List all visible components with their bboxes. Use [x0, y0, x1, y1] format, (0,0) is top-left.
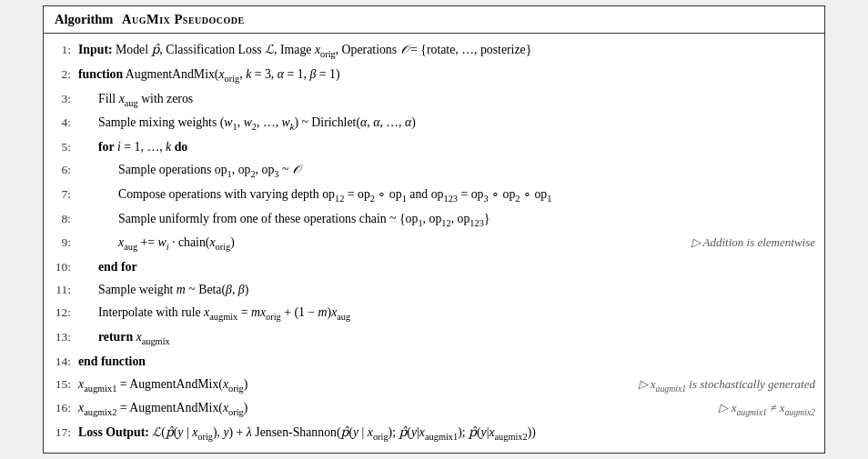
line-content: end for [78, 257, 815, 276]
line-number: 4: [53, 114, 78, 133]
line-number: 11: [53, 281, 78, 300]
line-number: 6: [53, 161, 78, 180]
algo-line: 10:end for [44, 256, 824, 279]
line-content: Fill xaug with zeros [78, 89, 815, 111]
line-content: Compose operations with varying depth op… [78, 185, 815, 206]
algo-line: 14:end function [44, 350, 824, 373]
line-number: 12: [53, 304, 78, 323]
algorithm-keyword: Algorithm [55, 12, 113, 26]
line-number: 16: [53, 399, 78, 418]
line-number: 3: [53, 90, 78, 109]
line-content: xaugmix1 = AugmentAndMix(xorig) [78, 374, 621, 396]
line-number: 15: [53, 375, 78, 394]
algo-line: 5:for i = 1, …, k do [44, 136, 824, 159]
algo-line: 16:xaugmix2 = AugmentAndMix(xorig)▷ xaug… [44, 397, 824, 422]
algorithm-header: Algorithm AugMix Pseudocode [44, 6, 824, 34]
line-content: Interpolate with rule xaugmix = mxorig +… [78, 303, 815, 324]
line-content: function AugmentAndMix(xorig, k = 3, α =… [78, 65, 815, 86]
line-content: Input: Model p̂, Classification Loss ℒ, … [78, 40, 815, 62]
line-number: 10: [53, 258, 78, 277]
algo-line: 15:xaugmix1 = AugmentAndMix(xorig)▷ xaug… [44, 373, 824, 397]
line-comment: ▷ xaugmix1 ≠ xaugmix2 [701, 399, 815, 419]
algo-line: 7:Compose operations with varying depth … [44, 183, 824, 207]
algo-line: 12:Interpolate with rule xaugmix = mxori… [44, 302, 824, 326]
line-number: 1: [53, 41, 78, 60]
line-number: 17: [53, 424, 78, 443]
algo-line: 6:Sample operations op1, op2, op3 ~ 𝒪 [44, 159, 824, 184]
algorithm-box: Algorithm AugMix Pseudocode 1:Input: Mod… [43, 5, 825, 454]
line-content: Sample operations op1, op2, op3 ~ 𝒪 [78, 160, 815, 182]
line-number: 2: [53, 65, 78, 85]
algorithm-body: 1:Input: Model p̂, Classification Loss ℒ… [44, 34, 824, 454]
algo-line: 1:Input: Model p̂, Classification Loss ℒ… [44, 39, 824, 64]
line-number: 9: [53, 234, 78, 253]
algo-line: 2:function AugmentAndMix(xorig, k = 3, α… [44, 63, 824, 87]
algo-line: 11:Sample weight m ~ Beta(β, β) [44, 279, 824, 302]
line-content: Loss Output: ℒ(p̂(y | xorig), y) + λ Jen… [78, 423, 815, 444]
line-content: end function [78, 352, 815, 371]
line-number: 8: [53, 210, 78, 229]
algo-line: 3:Fill xaug with zeros [44, 87, 824, 112]
algo-line: 8:Sample uniformly from one of these ope… [44, 207, 824, 232]
line-number: 7: [53, 185, 78, 205]
line-content: xaugmix2 = AugmentAndMix(xorig) [78, 398, 701, 420]
line-content: Sample mixing weights (w1, w2, …, wk) ~ … [78, 113, 815, 135]
algo-line: 9:xaug += wi · chain(xorig)▷ Addition is… [44, 232, 824, 256]
line-content: return xaugmix [78, 327, 815, 349]
algorithm-title: AugMix Pseudocode [122, 12, 245, 26]
algo-line: 4:Sample mixing weights (w1, w2, …, wk) … [44, 112, 824, 136]
line-content: for i = 1, …, k do [78, 137, 815, 156]
line-content: xaug += wi · chain(xorig) [78, 233, 673, 254]
line-content: Sample uniformly from one of these opera… [78, 209, 815, 231]
line-content: Sample weight m ~ Beta(β, β) [78, 280, 815, 299]
line-number: 5: [53, 138, 78, 157]
line-number: 13: [53, 328, 78, 347]
line-comment: ▷ xaugmix1 is stochastically generated [621, 375, 816, 395]
algo-line: 13:return xaugmix [44, 325, 824, 350]
line-comment: ▷ Addition is elementwise [673, 234, 816, 252]
line-number: 14: [53, 353, 78, 372]
algo-line: 17:Loss Output: ℒ(p̂(y | xorig), y) + λ … [44, 422, 824, 446]
